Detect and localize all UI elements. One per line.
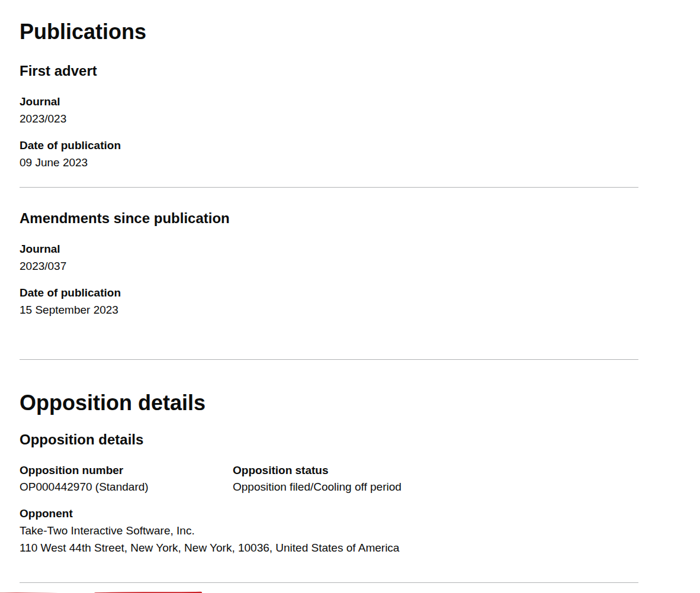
opponent-address: 110 West 44th Street, New York, New York…: [20, 542, 638, 555]
date-of-publication-label: Date of publication: [20, 286, 638, 300]
amendments-date-field: Date of publication 15 September 2023: [20, 286, 638, 317]
opposition-number-value: OP000442970 (Standard): [20, 481, 233, 494]
section-divider: [20, 359, 638, 360]
case-details-page: Publications First advert Journal 2023/0…: [0, 20, 700, 593]
opponent-name: Take-Two Interactive Software, Inc.: [20, 524, 195, 538]
opposition-number-field: Opposition number OP000442970 (Standard): [20, 464, 233, 495]
publications-title: Publications: [20, 20, 638, 44]
journal-label: Journal: [20, 243, 638, 256]
opposition-status-label: Opposition status: [233, 464, 638, 478]
publications-section: Publications First advert Journal 2023/0…: [20, 20, 638, 360]
red-marker-underline-icon: [0, 590, 203, 593]
date-of-publication-value: 09 June 2023: [20, 156, 638, 170]
journal-value: 2023/037: [20, 260, 638, 273]
divider: [20, 187, 638, 188]
opponent-label: Opponent: [20, 507, 638, 521]
opponent-name-line: Take-Two Interactive Software, Inc.: [20, 524, 638, 538]
first-advert-journal-field: Journal 2023/023: [20, 95, 638, 126]
opposition-number-label: Opposition number: [20, 464, 233, 478]
journal-label: Journal: [20, 95, 638, 109]
amendments-heading: Amendments since publication: [20, 210, 638, 227]
date-of-publication-value: 15 September 2023: [20, 304, 638, 317]
opposition-status-field: Opposition status Opposition filed/Cooli…: [233, 464, 638, 495]
opposition-title: Opposition details: [20, 391, 638, 415]
opposition-status-value: Opposition filed/Cooling off period: [233, 481, 638, 494]
opponent-field: Opponent Take-Two Interactive Software, …: [20, 507, 638, 555]
opposition-subheading: Opposition details: [20, 431, 638, 449]
bottom-divider: [20, 582, 638, 583]
first-advert-heading: First advert: [20, 63, 638, 80]
amendments-journal-field: Journal 2023/037: [20, 243, 638, 273]
opposition-summary-row: Opposition number OP000442970 (Standard)…: [20, 464, 638, 495]
date-of-publication-label: Date of publication: [20, 139, 638, 153]
first-advert-date-field: Date of publication 09 June 2023: [20, 139, 638, 170]
journal-value: 2023/023: [20, 112, 638, 126]
opposition-section: Opposition details Opposition details Op…: [20, 391, 638, 582]
